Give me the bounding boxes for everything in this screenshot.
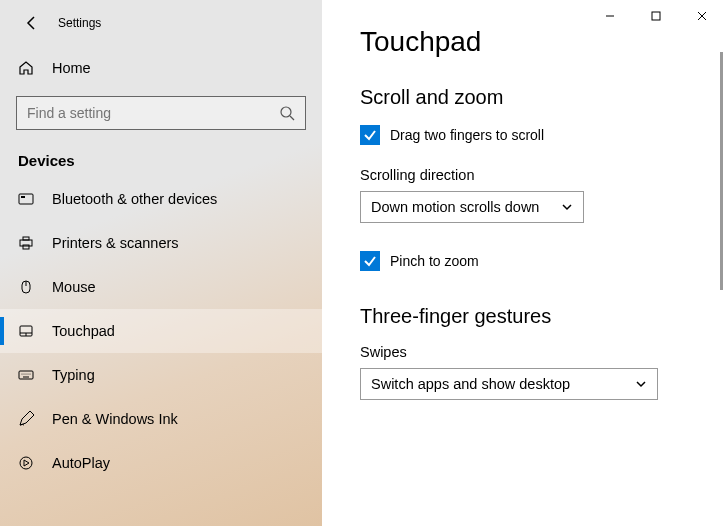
checkbox-label: Pinch to zoom	[390, 253, 479, 269]
printer-icon	[18, 235, 34, 251]
svg-rect-12	[19, 371, 33, 379]
section-heading-scroll-zoom: Scroll and zoom	[360, 86, 687, 109]
svg-rect-2	[19, 194, 33, 204]
checkbox-label: Drag two fingers to scroll	[390, 127, 544, 143]
svg-point-19	[20, 457, 32, 469]
sidebar-item-printers[interactable]: Printers & scanners	[0, 221, 322, 265]
sidebar-item-label: Pen & Windows Ink	[52, 411, 178, 427]
check-icon	[363, 254, 377, 268]
chevron-down-icon	[561, 201, 573, 213]
pen-icon	[18, 411, 34, 427]
svg-point-15	[26, 374, 27, 375]
sidebar-item-bluetooth[interactable]: Bluetooth & other devices	[0, 177, 322, 221]
label-scrolling-direction: Scrolling direction	[360, 167, 687, 183]
svg-rect-3	[21, 196, 25, 198]
sidebar-item-label: Typing	[52, 367, 95, 383]
search-box[interactable]	[16, 96, 306, 130]
sidebar-item-typing[interactable]: Typing	[0, 353, 322, 397]
mouse-icon	[18, 279, 34, 295]
sidebar-item-label: Home	[52, 60, 91, 76]
titlebar: Settings	[0, 0, 322, 46]
home-icon	[18, 60, 34, 76]
checkbox-pinch-to-zoom[interactable]: Pinch to zoom	[360, 251, 687, 271]
touchpad-icon	[18, 323, 34, 339]
sidebar-item-label: Printers & scanners	[52, 235, 179, 251]
keyboard-icon	[18, 367, 34, 383]
window-title: Settings	[58, 16, 101, 30]
sidebar-item-label: Touchpad	[52, 323, 115, 339]
dropdown-value: Switch apps and show desktop	[371, 376, 570, 392]
minimize-button[interactable]	[587, 0, 633, 32]
sidebar: Settings Home Devices Bluetooth & other …	[0, 0, 322, 526]
chevron-down-icon	[635, 378, 647, 390]
svg-point-0	[281, 107, 291, 117]
sidebar-item-label: AutoPlay	[52, 455, 110, 471]
sidebar-section-heading: Devices	[0, 138, 322, 177]
search-input[interactable]	[27, 105, 279, 121]
svg-point-14	[24, 374, 25, 375]
dropdown-value: Down motion scrolls down	[371, 199, 539, 215]
dropdown-swipes[interactable]: Switch apps and show desktop	[360, 368, 658, 400]
window-controls	[587, 0, 725, 32]
section-heading-three-finger: Three-finger gestures	[360, 305, 687, 328]
sidebar-item-label: Mouse	[52, 279, 96, 295]
search-icon	[279, 105, 295, 121]
sidebar-item-mouse[interactable]: Mouse	[0, 265, 322, 309]
checkbox-box	[360, 125, 380, 145]
check-icon	[363, 128, 377, 142]
checkbox-drag-two-fingers[interactable]: Drag two fingers to scroll	[360, 125, 687, 145]
content-pane: Touchpad Scroll and zoom Drag two finger…	[322, 0, 725, 526]
autoplay-icon	[18, 455, 34, 471]
dropdown-scrolling-direction[interactable]: Down motion scrolls down	[360, 191, 584, 223]
svg-line-1	[290, 116, 294, 120]
sidebar-item-label: Bluetooth & other devices	[52, 191, 217, 207]
sidebar-item-touchpad[interactable]: Touchpad	[0, 309, 322, 353]
scrollbar[interactable]	[720, 52, 723, 290]
bluetooth-icon	[18, 191, 34, 207]
sidebar-item-home[interactable]: Home	[0, 46, 322, 90]
maximize-button[interactable]	[633, 0, 679, 32]
svg-rect-21	[652, 12, 660, 20]
label-swipes: Swipes	[360, 344, 687, 360]
back-button[interactable]	[18, 9, 46, 37]
sidebar-item-autoplay[interactable]: AutoPlay	[0, 441, 322, 485]
svg-rect-5	[23, 237, 29, 240]
svg-point-13	[22, 374, 23, 375]
svg-point-17	[30, 374, 31, 375]
checkbox-box	[360, 251, 380, 271]
sidebar-item-pen[interactable]: Pen & Windows Ink	[0, 397, 322, 441]
close-button[interactable]	[679, 0, 725, 32]
svg-point-16	[28, 374, 29, 375]
